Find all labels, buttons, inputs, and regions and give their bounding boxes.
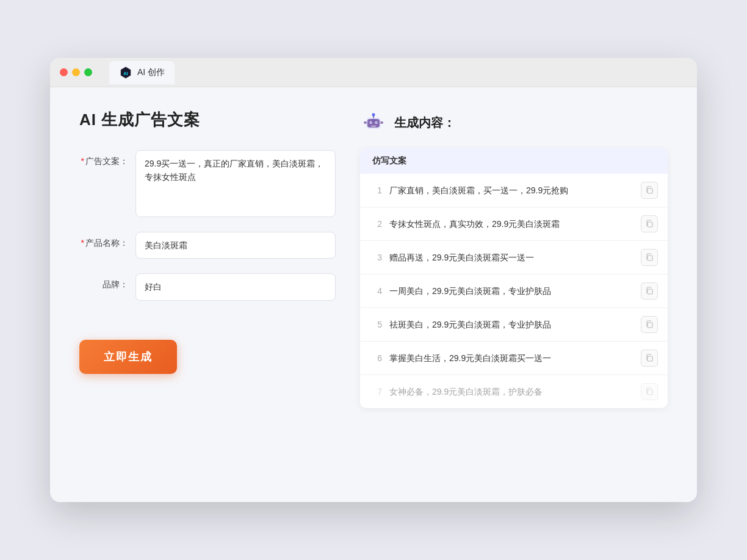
brand-group: 品牌： [79, 273, 336, 300]
ad-copy-textarea[interactable]: 29.9买一送一，真正的厂家直销，美白淡斑霜，专抹女性斑点 [135, 150, 336, 217]
left-panel: AI 生成广告文案 *广告文案： 29.9买一送一，真正的厂家直销，美白淡斑霜，… [79, 109, 336, 480]
svg-rect-17 [648, 289, 652, 294]
table-row: 7女神必备，29.9元美白淡斑霜，护肤必备 [360, 375, 668, 408]
row-number: 3 [370, 253, 382, 262]
tab-label: AI 创作 [137, 67, 165, 78]
svg-rect-9 [371, 126, 376, 127]
brand-label: 品牌： [79, 273, 128, 290]
brand-input[interactable] [135, 273, 336, 300]
svg-rect-19 [648, 356, 652, 361]
generate-button[interactable]: 立即生成 [79, 340, 177, 374]
row-number: 6 [370, 353, 382, 363]
product-input[interactable] [135, 232, 336, 259]
ad-copy-group: *广告文案： 29.9买一送一，真正的厂家直销，美白淡斑霜，专抹女性斑点 [79, 150, 336, 217]
row-number: 2 [370, 219, 382, 229]
copy-button[interactable] [641, 350, 658, 367]
svg-rect-12 [364, 121, 367, 124]
right-panel: 生成内容： 仿写文案 1厂家直销，美白淡斑霜，买一送一，29.9元抢购 2专抹女… [360, 109, 668, 480]
svg-rect-13 [380, 121, 383, 124]
row-text: 厂家直销，美白淡斑霜，买一送一，29.9元抢购 [389, 184, 633, 197]
table-row: 4一周美白，29.9元美白淡斑霜，专业护肤品 [360, 275, 668, 308]
right-header: 生成内容： [360, 109, 668, 136]
row-number: 7 [370, 387, 382, 397]
svg-point-7 [370, 122, 372, 123]
table-row: 1厂家直销，美白淡斑霜，买一送一，29.9元抢购 [360, 174, 668, 207]
copy-button[interactable] [641, 383, 658, 400]
svg-rect-15 [648, 222, 652, 227]
page-title: AI 生成广告文案 [79, 109, 336, 131]
svg-point-8 [376, 122, 377, 123]
browser-content: AI 生成广告文案 *广告文案： 29.9买一送一，真正的厂家直销，美白淡斑霜，… [50, 87, 697, 502]
ai-tab-icon: AI [119, 66, 132, 79]
row-text: 掌握美白生活，29.9元美白淡斑霜买一送一 [389, 352, 633, 365]
row-text: 专抹女性斑点，真实功效，29.9元美白淡斑霜 [389, 218, 633, 231]
browser-window: AI AI 创作 AI 生成广告文案 *广告文案： 29.9买一送一，真正的厂家… [50, 58, 697, 502]
product-group: *产品名称： [79, 232, 336, 259]
result-rows: 1厂家直销，美白淡斑霜，买一送一，29.9元抢购 2专抹女性斑点，真实功效，29… [360, 174, 668, 408]
row-number: 1 [370, 185, 382, 195]
traffic-lights [60, 68, 92, 76]
result-table: 仿写文案 1厂家直销，美白淡斑霜，买一送一，29.9元抢购 2专抹女性斑点，真实… [360, 148, 668, 408]
table-row: 2专抹女性斑点，真实功效，29.9元美白淡斑霜 [360, 207, 668, 241]
product-label: *产品名称： [79, 232, 128, 249]
copy-button[interactable] [641, 215, 658, 232]
svg-rect-16 [648, 256, 652, 260]
svg-point-11 [372, 113, 375, 117]
copy-button[interactable] [641, 182, 658, 199]
close-button[interactable] [60, 68, 68, 76]
titlebar: AI AI 创作 [50, 58, 697, 87]
maximize-button[interactable] [84, 68, 92, 76]
svg-rect-20 [648, 390, 652, 395]
ad-copy-required: * [81, 156, 84, 166]
product-required: * [81, 238, 84, 248]
row-text: 女神必备，29.9元美白淡斑霜，护肤必备 [389, 386, 633, 398]
table-row: 6掌握美白生活，29.9元美白淡斑霜买一送一 [360, 342, 668, 375]
row-text: 祛斑美白，29.9元美白淡斑霜，专业护肤品 [389, 318, 633, 331]
table-header: 仿写文案 [360, 148, 668, 174]
svg-rect-18 [648, 323, 652, 328]
copy-button[interactable] [641, 282, 658, 300]
right-panel-title: 生成内容： [394, 115, 455, 131]
robot-icon [360, 109, 387, 136]
row-number: 4 [370, 286, 382, 296]
svg-text:AI: AI [123, 70, 128, 76]
ai-tab[interactable]: AI AI 创作 [109, 61, 175, 84]
copy-button[interactable] [641, 316, 658, 333]
copy-button[interactable] [641, 249, 658, 266]
minimize-button[interactable] [72, 68, 80, 76]
ad-copy-label: *广告文案： [79, 150, 128, 167]
table-row: 3赠品再送，29.9元美白淡斑霜买一送一 [360, 241, 668, 275]
svg-rect-14 [648, 188, 652, 193]
table-row: 5祛斑美白，29.9元美白淡斑霜，专业护肤品 [360, 308, 668, 342]
row-text: 一周美白，29.9元美白淡斑霜，专业护肤品 [389, 285, 633, 298]
row-number: 5 [370, 320, 382, 329]
row-text: 赠品再送，29.9元美白淡斑霜买一送一 [389, 251, 633, 264]
